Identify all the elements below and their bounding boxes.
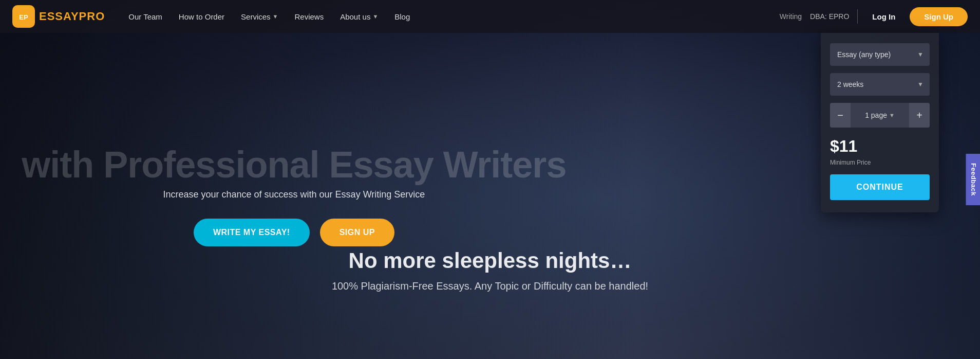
writing-label: Writing bbox=[780, 12, 802, 21]
about-chevron-icon: ▼ bbox=[372, 13, 378, 20]
nav-right: Writing DBA: EPRO Log In Sign Up bbox=[780, 7, 968, 26]
hero-content: with Professional Essay Writers Increase… bbox=[0, 33, 588, 359]
nav-how-to-order[interactable]: How to Order bbox=[172, 8, 232, 25]
nav-reviews[interactable]: Reviews bbox=[287, 8, 331, 25]
login-button[interactable]: Log In bbox=[866, 9, 901, 24]
pages-value-display: 1 page ▼ bbox=[851, 111, 909, 119]
nav-divider bbox=[857, 9, 858, 24]
hero-signup-button[interactable]: SIGN UP bbox=[320, 219, 394, 246]
signup-button[interactable]: Sign Up bbox=[910, 7, 968, 26]
price-display: $11 bbox=[830, 137, 930, 156]
logo[interactable]: EP ESSAYPRO bbox=[12, 5, 105, 28]
pages-plus-button[interactable]: + bbox=[909, 103, 930, 128]
essay-type-wrapper: Essay (any type) Research Paper Term Pap… bbox=[830, 43, 930, 66]
dba-label: DBA: EPRO bbox=[810, 12, 849, 21]
hero-tagline-sub: 100% Plagiarism-Free Essays. Any Topic o… bbox=[0, 280, 980, 292]
hero-tagline-section: No more sleepless nights… 100% Plagiaris… bbox=[0, 248, 980, 292]
essay-type-select[interactable]: Essay (any type) Research Paper Term Pap… bbox=[830, 43, 930, 66]
pages-count-label: 1 page bbox=[865, 111, 887, 119]
write-my-essay-button[interactable]: WRITE MY ESSAY! bbox=[194, 219, 310, 246]
hero-buttons: WRITE MY ESSAY! SIGN UP bbox=[194, 219, 394, 246]
continue-button[interactable]: CONTINUE bbox=[830, 174, 930, 200]
nav-our-team[interactable]: Our Team bbox=[121, 8, 169, 25]
price-note: Minimum Price bbox=[830, 159, 930, 166]
deadline-wrapper: 2 weeks 1 week 3 days 24 hours 12 hours … bbox=[830, 73, 930, 96]
nav-links: Our Team How to Order Services ▼ Reviews… bbox=[121, 8, 780, 25]
deadline-select[interactable]: 2 weeks 1 week 3 days 24 hours 12 hours bbox=[830, 73, 930, 96]
svg-text:EP: EP bbox=[19, 13, 28, 21]
services-chevron-icon: ▼ bbox=[273, 13, 278, 20]
price-amount: $11 bbox=[830, 137, 930, 156]
logo-icon: EP bbox=[12, 5, 35, 28]
navbar: EP ESSAYPRO Our Team How to Order Servic… bbox=[0, 0, 980, 33]
order-form-panel: Essay (any type) Research Paper Term Pap… bbox=[821, 33, 939, 212]
feedback-button[interactable]: Feedback bbox=[966, 154, 980, 205]
pages-minus-button[interactable]: − bbox=[830, 103, 851, 128]
pages-row: − 1 page ▼ + bbox=[830, 103, 930, 128]
hero-tagline-main: No more sleepless nights… bbox=[0, 248, 980, 273]
nav-blog[interactable]: Blog bbox=[387, 8, 417, 25]
hero-title: with Professional Essay Writers bbox=[22, 146, 566, 183]
pages-caret-icon: ▼ bbox=[889, 112, 895, 118]
logo-text: ESSAYPRO bbox=[39, 10, 105, 23]
hero-subtitle: Increase your chance of success with our… bbox=[163, 189, 425, 200]
nav-about[interactable]: About us ▼ bbox=[333, 8, 385, 25]
nav-services[interactable]: Services ▼ bbox=[234, 8, 285, 25]
